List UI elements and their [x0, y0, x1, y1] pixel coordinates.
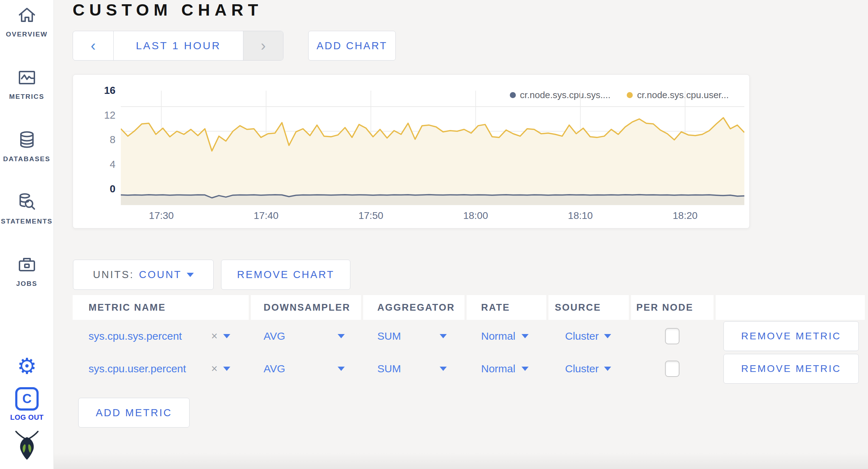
chevron-left-icon: ‹ [91, 37, 96, 54]
chevron-down-icon [338, 367, 345, 371]
chart-card: cr.node.sys.cpu.sys.... cr.node.sys.cpu.… [73, 74, 750, 228]
main-content: CUSTOM CHART ‹ LAST 1 HOUR › ADD CHART c… [54, 0, 868, 469]
column-header-downsampler: DOWNSAMPLER [251, 295, 361, 320]
source-value: Cluster [565, 363, 599, 375]
metrics-icon [16, 67, 38, 89]
per-node-checkbox[interactable] [665, 361, 680, 377]
chevron-down-icon [223, 367, 230, 371]
sidebar-item-jobs[interactable]: JOBS [0, 249, 53, 312]
source-value: Cluster [565, 330, 599, 342]
source-select[interactable]: Cluster [548, 352, 629, 385]
chevron-down-icon [604, 367, 611, 371]
chevron-down-icon [604, 334, 611, 338]
remove-metric-button[interactable]: REMOVE METRIC [723, 321, 859, 351]
metric-name-value[interactable]: sys.cpu.user.percent [89, 363, 186, 375]
time-range-next-button[interactable]: › [243, 31, 283, 60]
aggregator-select[interactable]: SUM [363, 320, 464, 352]
x-tick-label: 18:20 [666, 210, 705, 221]
time-range-selector: ‹ LAST 1 HOUR › [73, 31, 283, 61]
column-header-per-node: PER NODE [631, 295, 714, 320]
logout-label: LOG OUT [10, 413, 44, 422]
metric-name-dropdown[interactable]: × [211, 330, 230, 343]
chevron-down-icon [187, 273, 194, 277]
time-range-prev-button[interactable]: ‹ [73, 31, 114, 60]
y-tick-label: 4 [85, 159, 115, 170]
sidebar-item-databases[interactable]: DATABASES [0, 125, 53, 187]
logout-button[interactable]: C LOG OUT [10, 387, 44, 422]
column-header-metric-name: METRIC NAME [73, 295, 249, 320]
clear-metric-icon[interactable]: × [211, 362, 218, 375]
jobs-icon [16, 254, 38, 276]
y-tick-label: 0 [85, 183, 115, 195]
chevron-down-icon [522, 367, 529, 371]
metric-name-dropdown[interactable]: × [211, 362, 230, 375]
table-row: sys.cpu.user.percent × AVG SUM Normal [73, 352, 866, 385]
x-tick-label: 17:40 [247, 210, 286, 221]
downsampler-value: AVG [264, 363, 285, 375]
statements-icon [16, 191, 38, 213]
gear-icon[interactable]: ⚙ [17, 355, 37, 377]
remove-metric-button[interactable]: REMOVE METRIC [723, 354, 859, 384]
time-range-dropdown[interactable]: LAST 1 HOUR [114, 31, 243, 60]
chart-plot-area [121, 91, 744, 205]
sidebar-item-label: OVERVIEW [6, 30, 47, 38]
chevron-down-icon [440, 334, 447, 338]
metric-name-value[interactable]: sys.cpu.sys.percent [89, 330, 182, 342]
remove-chart-button[interactable]: REMOVE CHART [221, 260, 350, 290]
cockroach-monogram-icon: C [15, 387, 39, 411]
database-icon [16, 129, 38, 151]
units-dropdown[interactable]: UNITS: COUNT [73, 260, 214, 290]
units-value: COUNT [139, 269, 182, 281]
column-header-rate: RATE [467, 295, 546, 320]
y-tick-label: 16 [85, 85, 115, 96]
column-header-source: SOURCE [548, 295, 629, 320]
x-tick-label: 18:10 [561, 210, 600, 221]
y-tick-label: 12 [85, 109, 115, 121]
aggregator-value: SUM [377, 363, 401, 375]
rate-select[interactable]: Normal [467, 320, 546, 352]
per-node-checkbox[interactable] [665, 328, 680, 344]
x-tick-label: 17:50 [351, 210, 390, 221]
series-area [121, 118, 744, 205]
add-metric-button[interactable]: ADD METRIC [78, 398, 190, 428]
rate-select[interactable]: Normal [467, 352, 546, 385]
metrics-table: METRIC NAME DOWNSAMPLER AGGREGATOR RATE … [73, 295, 866, 385]
downsampler-select[interactable]: AVG [251, 320, 361, 352]
sidebar-item-label: METRICS [9, 93, 45, 101]
sidebar-item-label: DATABASES [3, 155, 50, 163]
downsampler-value: AVG [264, 330, 285, 342]
cockroach-bug-logo-icon [14, 429, 40, 463]
downsampler-select[interactable]: AVG [251, 352, 361, 385]
aggregator-value: SUM [377, 330, 401, 342]
chevron-down-icon [338, 334, 345, 338]
chevron-down-icon [223, 334, 230, 338]
source-select[interactable]: Cluster [548, 320, 629, 352]
rate-value: Normal [481, 363, 515, 375]
column-header-actions [716, 295, 865, 320]
x-tick-label: 17:30 [142, 210, 181, 221]
metrics-table-header: METRIC NAME DOWNSAMPLER AGGREGATOR RATE … [73, 295, 866, 320]
custom-chart-page: OVERVIEW METRICS DATABASES [0, 0, 868, 469]
sidebar-bottom: ⚙ C LOG OUT [0, 355, 54, 463]
sidebar: OVERVIEW METRICS DATABASES [0, 0, 54, 469]
add-chart-button[interactable]: ADD CHART [308, 31, 396, 61]
rate-value: Normal [481, 330, 515, 342]
units-label: UNITS: [93, 269, 134, 281]
column-header-aggregator: AGGREGATOR [363, 295, 464, 320]
sidebar-item-statements[interactable]: STATEMENTS [0, 187, 53, 249]
chevron-down-icon [522, 334, 529, 338]
x-tick-label: 18:00 [456, 210, 495, 221]
chevron-right-icon: › [261, 37, 266, 54]
sidebar-item-overview[interactable]: OVERVIEW [0, 0, 53, 62]
sidebar-item-metrics[interactable]: METRICS [0, 62, 53, 125]
aggregator-select[interactable]: SUM [363, 352, 464, 385]
sidebar-item-label: JOBS [16, 280, 38, 288]
table-row: sys.cpu.sys.percent × AVG SUM Normal [73, 320, 866, 352]
y-tick-label: 8 [85, 134, 115, 146]
chevron-down-icon [440, 367, 447, 371]
home-icon [16, 4, 38, 26]
page-title: CUSTOM CHART [73, 0, 263, 19]
chart-svg [121, 91, 744, 205]
sidebar-item-label: STATEMENTS [1, 217, 53, 225]
clear-metric-icon[interactable]: × [211, 330, 218, 343]
